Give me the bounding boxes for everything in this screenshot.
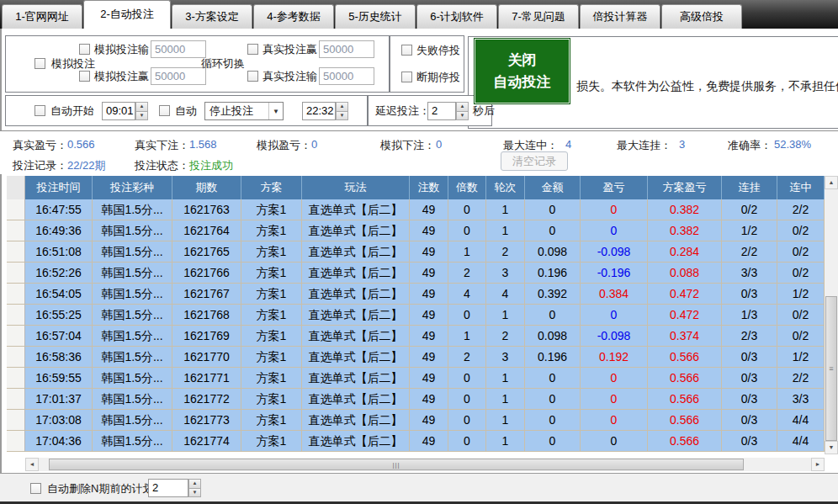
cell-issue: 1621765 bbox=[172, 241, 241, 263]
spin-up-icon[interactable]: ▲ bbox=[188, 479, 201, 489]
spin-down-icon[interactable]: ▼ bbox=[456, 112, 469, 121]
spin-up-icon[interactable]: ▲ bbox=[456, 102, 469, 112]
table-row[interactable]: 17:01:37韩国1.5分...1621772方案1直选单式【后二】49010… bbox=[7, 389, 838, 410]
real-win-label: 真实投注赢 bbox=[263, 42, 317, 57]
tab-9[interactable]: 高级倍投 bbox=[661, 4, 742, 29]
vertical-scroll-thumb[interactable]: ≡ bbox=[825, 296, 837, 441]
cell-play: 直选单式【后二】 bbox=[302, 431, 410, 452]
spin-down-icon[interactable]: ▼ bbox=[188, 489, 201, 498]
auto-start-checkbox[interactable] bbox=[34, 105, 45, 116]
header-time[interactable]: 投注时间 bbox=[25, 176, 93, 199]
table-row[interactable]: 17:04:36韩国1.5分...1621774方案1直选单式【后二】49010… bbox=[7, 431, 838, 452]
spin-up-icon[interactable]: ▲ bbox=[135, 102, 148, 112]
header-issue[interactable]: 期数 bbox=[172, 176, 241, 199]
cell-plan: 方案1 bbox=[241, 305, 302, 326]
auto-delete-checkbox[interactable] bbox=[30, 483, 41, 494]
cell-bets: 49 bbox=[410, 241, 448, 263]
vertical-scrollbar[interactable]: ▲ ≡ ▼ bbox=[825, 176, 838, 454]
sim-lose-input[interactable]: 50000 bbox=[151, 40, 206, 58]
tab-7[interactable]: 7-常见问题 bbox=[498, 4, 579, 29]
delay-input[interactable]: 2 bbox=[427, 102, 456, 120]
clear-records-button[interactable]: 清空记录 bbox=[501, 151, 568, 171]
real-lose-checkbox[interactable] bbox=[247, 71, 258, 82]
cell-plan: 方案1 bbox=[241, 199, 302, 220]
tab-2[interactable]: 2-自动投注 bbox=[83, 0, 171, 29]
tab-3[interactable]: 3-方案设定 bbox=[172, 4, 252, 29]
real-lose-input[interactable]: 50000 bbox=[319, 67, 374, 85]
cell-time: 17:01:37 bbox=[25, 389, 93, 410]
table-row[interactable]: 16:52:26韩国1.5分...1621766方案1直选单式【后二】49230… bbox=[7, 263, 838, 284]
tab-5[interactable]: 5-历史统计 bbox=[335, 4, 416, 29]
scroll-right-icon[interactable]: ► bbox=[811, 458, 825, 471]
stop-time-spinner[interactable]: ▲▼ bbox=[336, 102, 348, 120]
header-plan-profit[interactable]: 方案盈亏 bbox=[648, 176, 722, 199]
header-multiplier[interactable]: 倍数 bbox=[448, 176, 486, 199]
cell-streak-win: 0/2 bbox=[777, 326, 825, 347]
row-gutter bbox=[7, 410, 25, 431]
header-streak-lose[interactable]: 连挂 bbox=[722, 176, 777, 199]
scroll-down-icon[interactable]: ▼ bbox=[825, 441, 838, 454]
accuracy-value: 52.38% bbox=[774, 138, 811, 151]
delay-spinner[interactable]: ▲▼ bbox=[456, 102, 469, 120]
table-row[interactable]: 16:55:25韩国1.5分...1621768方案1直选单式【后二】49010… bbox=[7, 305, 838, 326]
sim-bet-checkbox[interactable] bbox=[34, 58, 45, 69]
table-row[interactable]: 16:58:36韩国1.5分...1621770方案1直选单式【后二】49230… bbox=[7, 347, 838, 368]
scroll-left-icon[interactable]: ◄ bbox=[25, 458, 39, 471]
cell-play: 直选单式【后二】 bbox=[302, 305, 410, 326]
auto-delete-input[interactable]: 2 bbox=[148, 479, 188, 497]
sim-lose-checkbox[interactable] bbox=[79, 44, 90, 55]
stats-panel: 真实盈亏： 0.566 真实下注： 1.568 模拟盈亏： 0 模拟下注： 0 … bbox=[0, 130, 838, 174]
stop-action-select[interactable]: 停止投注 ▼ bbox=[204, 102, 284, 120]
sim-win-input[interactable]: 50000 bbox=[151, 67, 206, 85]
cell-lottery: 韩国1.5分... bbox=[93, 241, 172, 263]
header-lottery[interactable]: 投注彩种 bbox=[93, 176, 172, 199]
horizontal-scroll-thumb[interactable]: ||| bbox=[49, 459, 744, 470]
real-win-input[interactable]: 50000 bbox=[319, 40, 374, 58]
tab-6[interactable]: 6-计划软件 bbox=[416, 4, 497, 29]
cell-multiplier: 1 bbox=[448, 241, 486, 263]
table-row[interactable]: 16:54:05韩国1.5分...1621767方案1直选单式【后二】49440… bbox=[7, 284, 838, 305]
tab-1[interactable]: 1-官网网址 bbox=[2, 4, 82, 29]
scroll-up-icon[interactable]: ▲ bbox=[825, 176, 838, 189]
header-bets[interactable]: 注数 bbox=[410, 176, 448, 199]
cell-profit: 0 bbox=[581, 368, 648, 389]
cell-streak-lose: 0/3 bbox=[722, 347, 777, 368]
cell-issue: 1621769 bbox=[172, 326, 241, 347]
cell-round: 1 bbox=[486, 199, 525, 220]
tab-4[interactable]: 4-参考数据 bbox=[253, 4, 334, 29]
table-row[interactable]: 16:47:55韩国1.5分...1621763方案1直选单式【后二】49010… bbox=[7, 199, 838, 220]
fail-stop-checkbox[interactable] bbox=[401, 45, 412, 56]
spin-down-icon[interactable]: ▼ bbox=[336, 112, 348, 121]
break-stop-checkbox[interactable] bbox=[401, 72, 412, 82]
cell-bets: 49 bbox=[410, 410, 448, 431]
tab-8[interactable]: 倍投计算器 bbox=[580, 4, 660, 29]
header-round[interactable]: 轮次 bbox=[486, 176, 525, 199]
spin-down-icon[interactable]: ▼ bbox=[135, 112, 148, 121]
table-header-row: 投注时间投注彩种期数方案玩法注数倍数轮次金额盈亏方案盈亏连挂连中 bbox=[7, 176, 838, 199]
real-win-checkbox[interactable] bbox=[247, 44, 258, 55]
cell-bets: 49 bbox=[410, 368, 448, 389]
stop-conditions-groupbox: 失败停投 断期停投 bbox=[390, 35, 464, 93]
auto-checkbox[interactable] bbox=[159, 105, 170, 116]
table-row[interactable]: 16:59:55韩国1.5分...1621771方案1直选单式【后二】49010… bbox=[7, 368, 838, 389]
start-time-input[interactable]: 09:01 bbox=[102, 102, 135, 120]
cell-streak-win: 0/2 bbox=[777, 220, 825, 241]
header-streak-win[interactable]: 连中 bbox=[777, 176, 825, 199]
start-time-spinner[interactable]: ▲▼ bbox=[135, 102, 148, 120]
stop-time-input[interactable]: 22:32 bbox=[302, 102, 336, 120]
close-auto-bet-button[interactable]: 关闭 自动投注 bbox=[474, 38, 570, 104]
table-row[interactable]: 16:57:04韩国1.5分...1621769方案1直选单式【后二】49120… bbox=[7, 326, 838, 347]
sim-win-checkbox[interactable] bbox=[79, 71, 90, 82]
table-row[interactable]: 17:03:08韩国1.5分...1621773方案1直选单式【后二】49010… bbox=[7, 410, 838, 431]
schedule-groupbox: 自动开始 09:01 ▲▼ 自动 停止投注 ▼ 22:32 ▲▼ bbox=[5, 95, 368, 126]
auto-delete-spinner[interactable]: ▲▼ bbox=[188, 479, 201, 497]
header-plan[interactable]: 方案 bbox=[241, 176, 302, 199]
auto-delete-label: 自动删除N期前的计划： bbox=[47, 481, 164, 496]
spin-up-icon[interactable]: ▲ bbox=[336, 102, 348, 112]
table-row[interactable]: 16:51:08韩国1.5分...1621765方案1直选单式【后二】49120… bbox=[7, 241, 838, 263]
table-row[interactable]: 16:49:36韩国1.5分...1621764方案1直选单式【后二】49010… bbox=[7, 220, 838, 241]
header-play[interactable]: 玩法 bbox=[302, 176, 410, 199]
header-profit[interactable]: 盈亏 bbox=[581, 176, 648, 199]
header-amount[interactable]: 金额 bbox=[525, 176, 581, 199]
horizontal-scrollbar[interactable]: ◄ ||| ► bbox=[25, 458, 825, 471]
